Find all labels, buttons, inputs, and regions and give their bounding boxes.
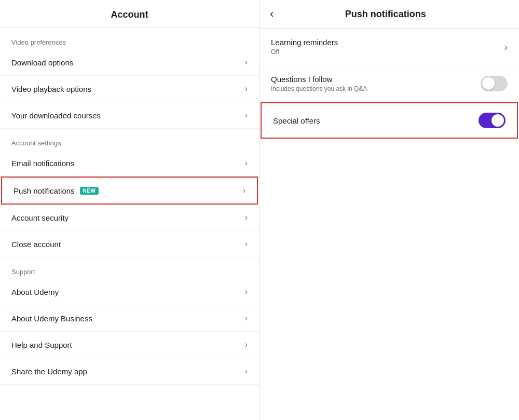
right-item-subtitle: Includes questions you ask in Q&A xyxy=(271,85,367,92)
right-item-title: Special offers xyxy=(273,116,320,125)
menu-item-label: Your downloaded courses xyxy=(11,111,101,120)
menu-item-push-notifications[interactable]: Push notificationsNEW› xyxy=(1,177,258,205)
chevron-right-icon: › xyxy=(245,111,248,120)
right-item-title: Questions I follow xyxy=(271,75,367,84)
menu-item-left: Account security xyxy=(11,213,69,222)
chevron-right-icon: › xyxy=(245,287,248,296)
menu-item-left: Help and Support xyxy=(11,341,72,349)
right-item-right xyxy=(479,113,506,128)
toggle-thumb xyxy=(491,114,504,127)
menu-item-email-notifications[interactable]: Email notifications› xyxy=(0,150,259,177)
menu-item-close-account[interactable]: Close account› xyxy=(0,231,259,258)
menu-item-label: Download options xyxy=(11,58,73,67)
menu-item-label: Video playback options xyxy=(11,85,91,93)
right-item-title: Learning reminders xyxy=(271,38,338,47)
toggle-track xyxy=(481,76,508,91)
menu-item-about-udemy-business[interactable]: About Udemy Business› xyxy=(0,305,259,332)
right-item-left: Special offers xyxy=(273,116,320,125)
chevron-right-icon: › xyxy=(245,314,248,323)
chevron-right-icon: › xyxy=(504,41,508,53)
right-panel-title: Push notifications xyxy=(279,9,492,20)
right-item-left: Learning remindersOff xyxy=(271,38,338,56)
chevron-right-icon: › xyxy=(245,58,248,67)
menu-item-label: About Udemy Business xyxy=(11,314,92,323)
menu-item-share-udemy-app[interactable]: Share the Udemy app› xyxy=(0,358,259,385)
section-label: Account settings xyxy=(0,129,259,150)
menu-item-left: Video playback options xyxy=(11,85,91,93)
menu-item-left: Your downloaded courses xyxy=(11,111,101,120)
toggle-thumb xyxy=(482,77,495,90)
section-label: Video preferences xyxy=(0,28,259,49)
chevron-right-icon: › xyxy=(245,213,248,222)
right-item-right: › xyxy=(504,41,508,53)
left-header: Account xyxy=(0,0,259,28)
chevron-right-icon: › xyxy=(245,158,248,168)
menu-item-left: About Udemy xyxy=(11,288,59,296)
menu-item-about-udemy[interactable]: About Udemy› xyxy=(0,279,259,305)
menu-item-left: Push notificationsNEW xyxy=(13,186,99,195)
toggle-track xyxy=(479,113,506,128)
chevron-right-icon: › xyxy=(245,367,248,376)
right-menu-item-questions-i-follow[interactable]: Questions I followIncludes questions you… xyxy=(260,65,519,102)
right-item-left: Questions I followIncludes questions you… xyxy=(271,75,367,92)
menu-item-video-playback-options[interactable]: Video playback options› xyxy=(0,76,259,102)
menu-item-label: Share the Udemy app xyxy=(11,367,87,376)
menu-item-left: About Udemy Business xyxy=(11,314,92,323)
menu-item-help-support[interactable]: Help and Support› xyxy=(0,332,259,358)
right-panel: ‹ Push notifications Learning remindersO… xyxy=(260,0,519,420)
toggle-questions-i-follow[interactable] xyxy=(481,76,508,91)
new-badge: NEW xyxy=(80,187,99,195)
menu-item-label: Push notifications xyxy=(13,186,75,195)
menu-item-label: Email notifications xyxy=(11,159,74,168)
menu-item-left: Close account xyxy=(11,240,61,249)
left-panel: Account Video preferencesDownload option… xyxy=(0,0,260,420)
menu-item-download-options[interactable]: Download options› xyxy=(0,49,259,76)
right-content: Learning remindersOff›Questions I follow… xyxy=(260,29,519,139)
menu-item-label: About Udemy xyxy=(11,288,59,296)
menu-item-label: Help and Support xyxy=(11,341,72,349)
left-content: Video preferencesDownload options›Video … xyxy=(0,28,259,385)
chevron-right-icon: › xyxy=(245,84,248,93)
right-menu-item-learning-reminders[interactable]: Learning remindersOff› xyxy=(260,29,519,65)
back-button[interactable]: ‹ xyxy=(270,8,274,20)
chevron-right-icon: › xyxy=(245,340,248,349)
menu-item-your-downloaded-courses[interactable]: Your downloaded courses› xyxy=(0,102,259,129)
menu-item-label: Account security xyxy=(11,213,69,222)
menu-item-left: Share the Udemy app xyxy=(11,367,87,376)
section-label: Support xyxy=(0,258,259,279)
toggle-special-offers[interactable] xyxy=(479,113,506,128)
chevron-right-icon: › xyxy=(245,239,248,249)
right-menu-item-special-offers[interactable]: Special offers xyxy=(261,102,518,139)
chevron-right-icon: › xyxy=(243,186,245,195)
right-header: ‹ Push notifications xyxy=(260,0,519,29)
right-item-subtitle: Off xyxy=(271,48,338,56)
right-item-right xyxy=(481,76,508,91)
menu-item-label: Close account xyxy=(11,240,61,249)
menu-item-account-security[interactable]: Account security› xyxy=(0,205,259,231)
menu-item-left: Email notifications xyxy=(11,159,74,168)
menu-item-left: Download options xyxy=(11,58,73,67)
